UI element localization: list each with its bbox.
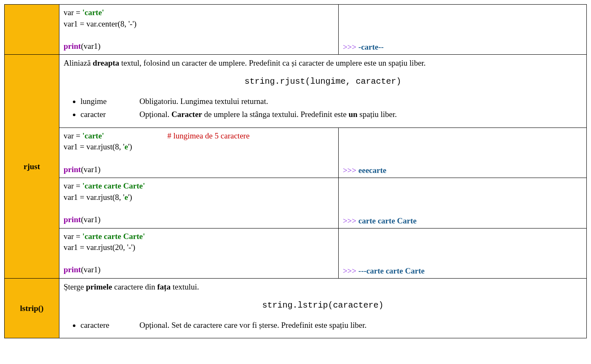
param-item: lungimeObligatoriu. Lungimea textului re…: [80, 96, 582, 108]
code-cell-rjust-1: var = 'carte'# lungimea de 5 caractere v…: [59, 128, 338, 178]
code-text: var1 = var.center(8, '-'): [64, 19, 136, 28]
code-cell-rjust-3: var = 'carte carte Carte' var1 = var.rju…: [59, 228, 338, 278]
code-string: 'carte carte Carte': [82, 232, 145, 241]
desc-bold: fața: [157, 282, 171, 291]
code-text: (var1): [81, 165, 100, 174]
code-comment: # lungimea de 5 caractere: [167, 131, 249, 140]
param-list: lungimeObligatoriu. Lungimea textului re…: [80, 96, 582, 121]
output-value: eeecarte: [358, 166, 386, 175]
code-text: var =: [64, 181, 82, 190]
output-value: ---carte carte Carte: [358, 266, 425, 275]
output-cell-rjust-3: >>> ---carte carte Carte: [338, 228, 586, 278]
keyword-print: print: [64, 215, 81, 224]
code-text: var1 = var.rjust(8, ': [64, 142, 124, 151]
desc-bold: primele: [86, 282, 112, 291]
output-cell-center: >>> -carte--: [338, 5, 586, 55]
desc-text: textul, folosind un caracter de umplere.…: [119, 58, 426, 67]
code-text: var =: [64, 8, 82, 17]
output-cell-rjust-1: >>> eeecarte: [338, 128, 586, 178]
code-text: '): [128, 193, 132, 202]
param-desc: Opțional. Set de caractere care vor fi ș…: [139, 321, 366, 329]
output-cell-rjust-2: >>> carte carte Carte: [338, 178, 586, 228]
repl-prompt: >>>: [343, 166, 358, 175]
code-text: var =: [64, 232, 82, 241]
syntax-line: string.lstrip(caractere): [64, 299, 582, 312]
param-desc: spațiu liber.: [358, 110, 397, 119]
code-text: var1 = var.rjust(8, ': [64, 193, 124, 202]
param-item: caractereOpțional. Set de caractere care…: [80, 319, 582, 332]
param-desc: Opțional.: [139, 110, 171, 119]
method-cell-rjust: rjust: [5, 55, 59, 279]
output-value: -carte--: [358, 43, 384, 51]
desc-text: caractere din: [112, 282, 157, 291]
desc-text: Șterge: [64, 282, 86, 291]
param-name: caracter: [80, 109, 139, 121]
param-item: caracterOpțional. Caracter de umplere la…: [80, 109, 582, 121]
code-text: (var1): [81, 265, 100, 274]
keyword-print: print: [64, 265, 81, 274]
code-text: var1 = var.rjust(20, '-'): [64, 243, 135, 252]
methods-table: var = 'carte' var1 = var.center(8, '-') …: [4, 4, 587, 338]
desc-text: Aliniază: [64, 58, 93, 67]
desc-cell-rjust: Aliniază dreapta textul, folosind un car…: [59, 55, 586, 128]
code-text: (var1): [81, 42, 100, 50]
param-desc: de umplere la stânga textului. Predefini…: [202, 110, 349, 119]
code-text: '): [128, 142, 132, 151]
syntax-line: string.rjust(lungime, caracter): [64, 75, 582, 88]
repl-prompt: >>>: [343, 266, 358, 275]
repl-prompt: >>>: [343, 216, 358, 225]
code-cell-center: var = 'carte' var1 = var.center(8, '-') …: [59, 5, 338, 55]
code-string: 'carte': [82, 131, 104, 140]
code-cell-rjust-2: var = 'carte carte Carte' var1 = var.rju…: [59, 178, 338, 228]
method-cell-blank: [5, 5, 59, 55]
code-text: var =: [64, 131, 82, 140]
code-string: 'carte': [82, 8, 104, 17]
output-value: carte carte Carte: [358, 216, 417, 225]
keyword-print: print: [64, 165, 81, 174]
keyword-print: print: [64, 42, 81, 50]
desc-bold: dreapta: [93, 58, 119, 67]
param-list: caractereOpțional. Set de caractere care…: [80, 319, 582, 332]
code-text: (var1): [81, 215, 100, 224]
param-name: lungime: [80, 96, 139, 108]
code-string: 'carte carte Carte': [82, 181, 145, 190]
desc-text: textului.: [171, 282, 199, 291]
param-name: caractere: [80, 319, 139, 332]
method-cell-lstrip: lstrip(): [5, 279, 59, 338]
repl-prompt: >>>: [343, 43, 358, 51]
code-string: e: [124, 193, 128, 202]
desc-cell-lstrip: Șterge primele caractere din fața textul…: [59, 279, 586, 338]
code-string: e: [124, 142, 128, 151]
param-bold: Caracter: [171, 110, 202, 119]
param-bold: un: [348, 110, 357, 119]
param-desc: Obligatoriu. Lungimea textului returnat.: [139, 97, 268, 106]
